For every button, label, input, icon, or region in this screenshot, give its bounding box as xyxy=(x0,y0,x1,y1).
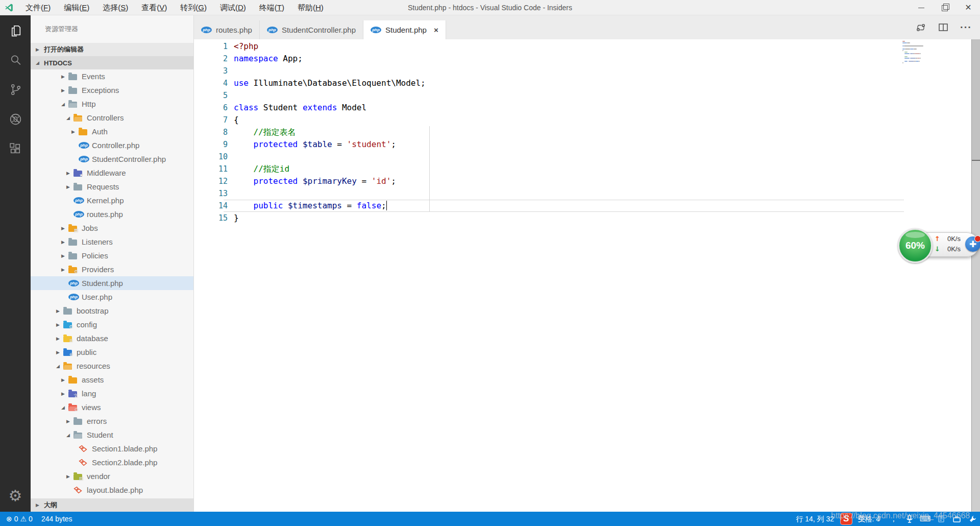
tree-item-controller-php[interactable]: phpController.php xyxy=(31,138,193,152)
chevron-down-icon[interactable]: ◢ xyxy=(66,115,74,121)
tree-item-user-php[interactable]: phpUser.php xyxy=(31,290,193,304)
tree-item-errors[interactable]: ▶errors xyxy=(31,414,193,428)
tree-item-vendor[interactable]: ▶▨vendor xyxy=(31,469,193,483)
tree-item-middleware[interactable]: ▶★Middleware xyxy=(31,166,193,180)
chevron-right-icon[interactable]: ▶ xyxy=(61,267,68,272)
tree-item-exceptions[interactable]: ▶Exceptions xyxy=(31,83,193,97)
plus-notification-icon[interactable]: ✚ xyxy=(965,236,980,252)
tree-item-section1-blade-php[interactable]: Section1.blade.php xyxy=(31,442,193,456)
tree-item-views[interactable]: ◢⊙views xyxy=(31,400,193,414)
menu-selection[interactable]: 选择(S) xyxy=(96,0,135,15)
chevron-right-icon[interactable]: ▶ xyxy=(66,474,74,479)
tree-item-routes-php[interactable]: phproutes.php xyxy=(31,207,193,221)
speed-ball-widget[interactable]: 60% ↑ 0K/s ↓ 0K/s ✚ xyxy=(900,232,979,257)
sogou-logo-icon[interactable]: S xyxy=(840,513,852,525)
minimize-icon[interactable] xyxy=(910,0,933,15)
explorer-icon[interactable] xyxy=(0,15,31,45)
source-control-icon[interactable] xyxy=(0,75,31,104)
chevron-right-icon[interactable]: ▶ xyxy=(66,184,74,189)
tree-item-student[interactable]: ◢Student xyxy=(31,428,193,442)
tree-item-kernel-php[interactable]: phpKernel.php xyxy=(31,194,193,207)
tree-item-events[interactable]: ▶Events xyxy=(31,69,193,83)
chevron-right-icon[interactable]: ▶ xyxy=(61,377,68,382)
menu-view[interactable]: 查看(V) xyxy=(135,0,174,15)
root-folder-header[interactable]: ◢ HTDOCS xyxy=(31,56,193,69)
tab-student-php[interactable]: phpStudent.php× xyxy=(363,20,446,39)
scrollbar-thumb[interactable] xyxy=(972,39,980,161)
php-file-icon: php xyxy=(68,280,79,286)
more-actions-icon[interactable]: ··· xyxy=(960,21,972,33)
gear-icon[interactable]: ⚙ xyxy=(0,484,31,507)
swap-icon[interactable] xyxy=(915,22,926,33)
tree-item-policies[interactable]: ▶Policies xyxy=(31,249,193,262)
file-size[interactable]: 244 bytes xyxy=(41,515,72,523)
menu-go[interactable]: 转到(G) xyxy=(174,0,213,15)
menu-file[interactable]: 文件(F) xyxy=(19,0,57,15)
tree-item-jobs[interactable]: ▶▦Jobs xyxy=(31,221,193,235)
chevron-right-icon[interactable]: ▶ xyxy=(71,129,79,134)
tree-item-controllers[interactable]: ◢Controllers xyxy=(31,111,193,125)
tree-item-requests[interactable]: ▶Requests xyxy=(31,180,193,194)
tree-item-resources[interactable]: ◢resources xyxy=(31,359,193,373)
tree-item-auth[interactable]: ▶Auth xyxy=(31,125,193,138)
open-editors-header[interactable]: ▶ 打开的编辑器 xyxy=(31,43,193,56)
chevron-right-icon[interactable]: ▶ xyxy=(61,391,68,396)
tree-item-assets[interactable]: ▶assets xyxy=(31,373,193,387)
editor-scrollbar[interactable] xyxy=(971,39,980,512)
split-editor-icon[interactable] xyxy=(938,22,949,33)
tree-item-public[interactable]: ▶⊕public xyxy=(31,345,193,359)
tree-item-lang[interactable]: ▶文lang xyxy=(31,387,193,400)
tree-item-student-php[interactable]: phpStudent.php xyxy=(31,276,193,290)
wrench-icon[interactable] xyxy=(966,513,979,524)
tree-item-listeners[interactable]: ▶Listeners xyxy=(31,235,193,249)
toolbox-icon[interactable] xyxy=(950,513,963,524)
chevron-right-icon[interactable]: ▶ xyxy=(56,322,63,327)
tree-item-config[interactable]: ▶⚙config xyxy=(31,318,193,331)
tree-item-layout-blade-php[interactable]: layout.blade.php xyxy=(31,483,193,497)
chevron-right-icon[interactable]: ▶ xyxy=(56,336,63,341)
chevron-right-icon[interactable]: ▶ xyxy=(56,350,63,355)
tree-item-database[interactable]: ▶≣database xyxy=(31,331,193,345)
clipboard-icon[interactable] xyxy=(935,513,947,524)
cursor-position[interactable]: 行 14, 列 32 xyxy=(796,512,834,526)
problems-indicator[interactable]: ⊗ 0 ⚠ 0 xyxy=(6,515,33,523)
tab-routes-php[interactable]: phproutes.php xyxy=(194,20,260,39)
chevron-down-icon[interactable]: ◢ xyxy=(61,102,68,107)
tree-item-studentcontroller-php[interactable]: phpStudentController.php xyxy=(31,152,193,166)
debug-icon[interactable] xyxy=(0,104,31,134)
chevron-right-icon[interactable]: ▶ xyxy=(61,226,68,231)
tree-item-http[interactable]: ◢Http xyxy=(31,97,193,111)
line-number: 3 xyxy=(194,65,228,77)
menu-debug[interactable]: 调试(D) xyxy=(213,0,253,15)
punctuation-icon[interactable]: ， xyxy=(887,513,900,524)
tree-item-providers[interactable]: ▶⚙Providers xyxy=(31,262,193,276)
chevron-right-icon[interactable]: ▶ xyxy=(66,419,74,424)
chevron-right-icon[interactable]: ▶ xyxy=(61,240,68,245)
tree-item-section2-blade-php[interactable]: Section2.blade.php xyxy=(31,456,193,469)
chevron-right-icon[interactable]: ▶ xyxy=(56,308,63,314)
tab-close-icon[interactable]: × xyxy=(434,26,438,34)
memory-percent-ball[interactable]: 60% xyxy=(898,228,933,263)
outline-header[interactable]: ▶ 大纲 xyxy=(31,498,193,512)
chevron-right-icon[interactable]: ▶ xyxy=(61,74,68,79)
chevron-right-icon[interactable]: ▶ xyxy=(61,253,68,258)
code-editor[interactable]: 1<?php2namespace App;34use Illuminate\Da… xyxy=(194,39,980,512)
lang-en-icon[interactable]: 英 xyxy=(855,513,868,524)
tree-item-bootstrap[interactable]: ▶bootstrap xyxy=(31,304,193,318)
chevron-down-icon[interactable]: ◢ xyxy=(56,364,63,369)
chevron-down-icon[interactable]: ◢ xyxy=(61,405,68,410)
extensions-icon[interactable] xyxy=(0,134,31,163)
menu-edit[interactable]: 编辑(E) xyxy=(57,0,96,15)
chevron-right-icon[interactable]: ▶ xyxy=(61,88,68,93)
tab-studentcontroller-php[interactable]: phpStudentController.php xyxy=(260,20,363,39)
search-icon[interactable] xyxy=(0,45,31,75)
chevron-down-icon[interactable]: ◢ xyxy=(66,433,74,438)
keyboard-icon[interactable]: ⌨ xyxy=(919,513,932,524)
chevron-right-icon[interactable]: ▶ xyxy=(66,171,74,176)
restore-icon[interactable] xyxy=(933,0,957,15)
menu-terminal[interactable]: 终端(T) xyxy=(253,0,291,15)
microphone-icon[interactable] xyxy=(903,513,916,524)
close-icon[interactable]: ✕ xyxy=(957,0,980,15)
menu-help[interactable]: 帮助(H) xyxy=(291,0,330,15)
moon-icon[interactable]: ☽ xyxy=(871,513,884,524)
